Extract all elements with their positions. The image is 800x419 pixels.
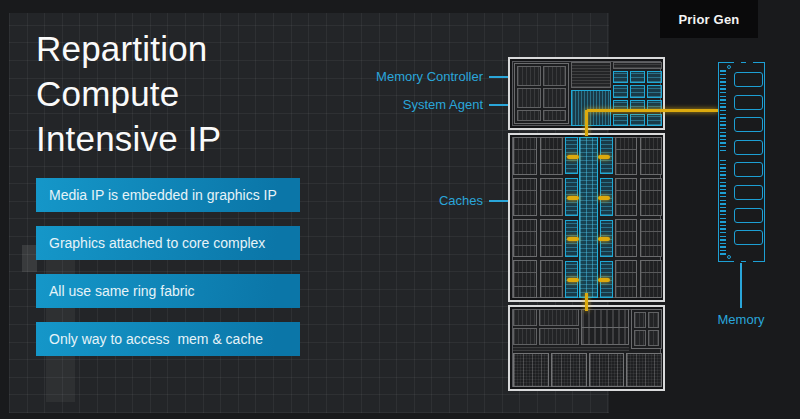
bullet-mem-cache: Only way to access mem & cache <box>36 322 300 356</box>
title-line-3: Intensive IP <box>36 119 221 158</box>
dimm-chip <box>734 72 763 87</box>
dimm-notch-top-2 <box>746 61 753 66</box>
memory-controller-block <box>613 71 662 126</box>
decor-highlight-square <box>22 245 37 272</box>
dimm-chips <box>734 72 763 245</box>
ring-stop-tick <box>567 196 579 200</box>
ring-stop-tick <box>598 155 610 159</box>
dimm-notch-top-1 <box>734 61 741 66</box>
uncore-sub-block <box>543 110 567 121</box>
gfx-block-a1 <box>513 309 537 326</box>
gfx-block-a2 <box>539 309 579 326</box>
gfx-sub-block <box>634 312 646 328</box>
cache-slices-right <box>600 137 613 298</box>
dimm-pins-bottom <box>720 159 726 255</box>
memory-controller-cell <box>647 114 662 126</box>
cpu-core <box>640 137 662 175</box>
memory-controller-cell <box>647 71 662 83</box>
gfx-connector-strip <box>513 347 629 351</box>
memory-path-vertical-bottom <box>585 293 588 311</box>
gfx-eu-block <box>589 353 625 387</box>
cpu-core <box>513 137 537 175</box>
memory-controller-cell <box>613 114 628 126</box>
memory-controller-cell <box>613 71 628 83</box>
uncore-sub-block <box>543 66 567 86</box>
gfx-eu-block <box>551 353 587 387</box>
gfx-eu-block <box>626 353 662 387</box>
ring-stop-tick <box>567 237 579 241</box>
gfx-eu-array <box>513 353 662 387</box>
cpu-core <box>615 219 637 257</box>
memory-controller-cell <box>647 85 662 97</box>
cpu-core <box>513 260 537 298</box>
gfx-sub-block <box>648 330 660 346</box>
bullet-ring-fabric: All use same ring fabric <box>36 274 300 308</box>
cpu-core <box>540 137 564 175</box>
dimm-chip <box>734 117 763 132</box>
uncore-sub-block <box>517 110 541 121</box>
cache-slices-left <box>565 137 578 298</box>
uncore-top-right-strip <box>613 62 662 69</box>
memory-path-horizontal <box>587 109 718 112</box>
ring-stop-tick <box>598 278 610 282</box>
bullet-graphics-core: Graphics attached to core complex <box>36 226 300 260</box>
dimm-chip <box>734 162 763 177</box>
label-caches: Caches <box>283 194 483 208</box>
bullet-media-ip: Media IP is embedded in graphics IP <box>36 178 300 212</box>
uncore-sub-block <box>517 66 541 86</box>
gfx-eu-block <box>513 353 549 387</box>
cpu-core <box>640 260 662 298</box>
uncore-left-block <box>514 63 569 124</box>
cpu-core <box>640 178 662 216</box>
die-section-cores <box>508 133 665 302</box>
ring-stop-tick <box>598 237 610 241</box>
gfx-block-b1 <box>513 328 537 345</box>
cpu-core <box>540 178 564 216</box>
memory-dimm <box>718 62 765 262</box>
dimm-chip <box>734 230 763 245</box>
die-section-graphics <box>508 305 665 391</box>
label-memory-controller: Memory Controller <box>283 70 483 84</box>
core-array-right <box>615 137 662 298</box>
dimm-pins-top <box>720 69 726 151</box>
system-agent-block <box>571 90 611 126</box>
gfx-block-b2 <box>539 328 579 345</box>
slide: Prior Gen RepartitionComputeIntensive IP… <box>0 0 800 419</box>
page-title: RepartitionComputeIntensive IP <box>36 26 221 161</box>
dimm-chip <box>734 140 763 155</box>
dimm-notch-bottom-2 <box>746 258 753 263</box>
ring-stop-tick <box>567 155 579 159</box>
uncore-sub-block <box>517 88 541 108</box>
cpu-core <box>615 178 637 216</box>
core-array-left <box>513 137 563 298</box>
memory-controller-cell <box>630 71 645 83</box>
cpu-core <box>513 178 537 216</box>
gfx-center-block <box>581 309 629 345</box>
gfx-right-block <box>631 309 662 349</box>
title-line-2: Compute <box>36 74 179 113</box>
cpu-core <box>540 219 564 257</box>
uncore-top-strip <box>571 62 611 88</box>
cpu-core <box>540 260 564 298</box>
dimm-hole-bottom <box>727 255 731 259</box>
gfx-sub-block <box>648 312 660 328</box>
gfx-sub-block <box>634 330 646 346</box>
memory-controller-cell <box>613 85 628 97</box>
cpu-core <box>513 219 537 257</box>
dimm-chip <box>734 95 763 110</box>
memory-leader-line <box>740 263 742 308</box>
ring-stop-tick <box>567 278 579 282</box>
cpu-core <box>640 219 662 257</box>
label-memory: Memory <box>700 312 782 327</box>
memory-controller-cell <box>630 114 645 126</box>
dimm-chip <box>734 208 763 223</box>
prior-gen-badge: Prior Gen <box>660 0 758 38</box>
ring-fabric-spine <box>579 137 598 298</box>
cpu-core <box>615 137 637 175</box>
dimm-hole-top <box>727 65 731 69</box>
cpu-core <box>615 260 637 298</box>
dimm-chip <box>734 185 763 200</box>
uncore-sub-block <box>543 88 567 108</box>
ring-stop-tick <box>598 196 610 200</box>
title-line-1: Repartition <box>36 29 207 68</box>
